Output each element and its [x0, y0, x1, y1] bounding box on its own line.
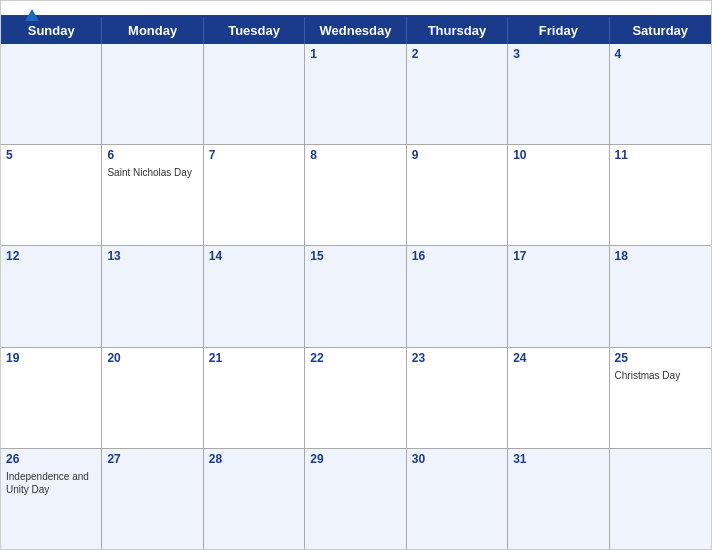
weeks-container: 123456Saint Nicholas Day7891011121314151…	[1, 44, 711, 549]
day-number: 16	[412, 249, 502, 263]
day-number: 30	[412, 452, 502, 466]
day-header-friday: Friday	[508, 17, 609, 44]
day-number: 23	[412, 351, 502, 365]
day-number: 25	[615, 351, 706, 365]
calendar-header	[1, 1, 711, 15]
week-row-2: 56Saint Nicholas Day7891011	[1, 145, 711, 246]
day-number: 31	[513, 452, 603, 466]
day-number: 17	[513, 249, 603, 263]
day-header-tuesday: Tuesday	[204, 17, 305, 44]
day-cell	[1, 44, 102, 144]
day-number: 11	[615, 148, 706, 162]
day-cell: 1	[305, 44, 406, 144]
day-number: 6	[107, 148, 197, 162]
day-cell: 17	[508, 246, 609, 346]
day-number: 9	[412, 148, 502, 162]
day-cell: 11	[610, 145, 711, 245]
logo-area	[21, 9, 39, 22]
day-number: 20	[107, 351, 197, 365]
day-headers-row: SundayMondayTuesdayWednesdayThursdayFrid…	[1, 17, 711, 44]
logo-blue	[21, 9, 39, 22]
logo-triangle-icon	[25, 9, 39, 21]
day-header-thursday: Thursday	[407, 17, 508, 44]
day-cell: 24	[508, 348, 609, 448]
day-cell: 6Saint Nicholas Day	[102, 145, 203, 245]
day-number: 19	[6, 351, 96, 365]
calendar-grid: SundayMondayTuesdayWednesdayThursdayFrid…	[1, 15, 711, 549]
day-header-wednesday: Wednesday	[305, 17, 406, 44]
day-cell: 2	[407, 44, 508, 144]
day-header-monday: Monday	[102, 17, 203, 44]
day-cell	[204, 44, 305, 144]
holiday-name: Independence and Unity Day	[6, 470, 96, 496]
day-cell: 19	[1, 348, 102, 448]
day-cell: 14	[204, 246, 305, 346]
day-number: 12	[6, 249, 96, 263]
day-cell	[102, 44, 203, 144]
day-number: 27	[107, 452, 197, 466]
day-header-saturday: Saturday	[610, 17, 711, 44]
day-cell: 22	[305, 348, 406, 448]
day-cell: 29	[305, 449, 406, 549]
day-number: 15	[310, 249, 400, 263]
day-number: 22	[310, 351, 400, 365]
day-number: 24	[513, 351, 603, 365]
day-number: 8	[310, 148, 400, 162]
day-cell: 15	[305, 246, 406, 346]
week-row-5: 26Independence and Unity Day2728293031	[1, 449, 711, 549]
day-number: 5	[6, 148, 96, 162]
day-number: 18	[615, 249, 706, 263]
week-row-3: 12131415161718	[1, 246, 711, 347]
day-cell: 8	[305, 145, 406, 245]
day-cell: 31	[508, 449, 609, 549]
week-row-4: 19202122232425Christmas Day	[1, 348, 711, 449]
day-cell: 3	[508, 44, 609, 144]
day-cell: 10	[508, 145, 609, 245]
day-cell: 18	[610, 246, 711, 346]
day-number: 7	[209, 148, 299, 162]
day-cell: 28	[204, 449, 305, 549]
day-cell: 20	[102, 348, 203, 448]
day-number: 26	[6, 452, 96, 466]
calendar-container: SundayMondayTuesdayWednesdayThursdayFrid…	[0, 0, 712, 550]
day-header-sunday: Sunday	[1, 17, 102, 44]
day-number: 13	[107, 249, 197, 263]
day-cell: 26Independence and Unity Day	[1, 449, 102, 549]
day-cell: 4	[610, 44, 711, 144]
day-cell: 5	[1, 145, 102, 245]
day-cell: 13	[102, 246, 203, 346]
day-number: 28	[209, 452, 299, 466]
day-cell: 12	[1, 246, 102, 346]
week-row-1: 1234	[1, 44, 711, 145]
day-cell: 23	[407, 348, 508, 448]
holiday-name: Saint Nicholas Day	[107, 166, 197, 179]
day-number: 4	[615, 47, 706, 61]
day-cell: 30	[407, 449, 508, 549]
day-cell: 21	[204, 348, 305, 448]
day-cell: 16	[407, 246, 508, 346]
holiday-name: Christmas Day	[615, 369, 706, 382]
day-cell: 27	[102, 449, 203, 549]
day-cell	[610, 449, 711, 549]
day-number: 3	[513, 47, 603, 61]
day-number: 21	[209, 351, 299, 365]
day-number: 2	[412, 47, 502, 61]
day-cell: 9	[407, 145, 508, 245]
day-number: 10	[513, 148, 603, 162]
day-cell: 25Christmas Day	[610, 348, 711, 448]
day-cell: 7	[204, 145, 305, 245]
day-number: 14	[209, 249, 299, 263]
day-number: 1	[310, 47, 400, 61]
day-number: 29	[310, 452, 400, 466]
